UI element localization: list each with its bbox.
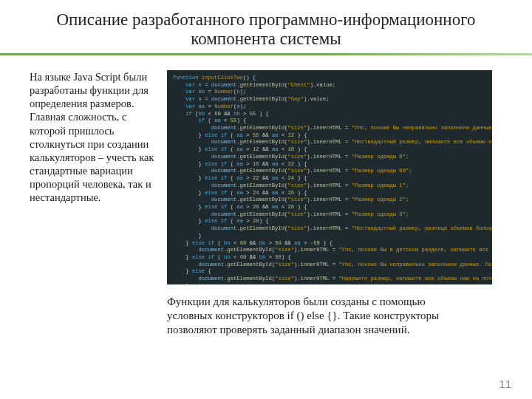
code-msg: "Размер одежды 1";: [352, 183, 409, 188]
code-msg: "Упс, похоже Вы неправильно заполнили да…: [352, 125, 492, 131]
description-text: На языке Java Script были разработаны фу…: [30, 70, 155, 204]
code-msg: "Напишите размер, напишите все объемы на…: [338, 276, 492, 282]
right-column: function inputClickTwo() { var b = docum…: [167, 70, 510, 336]
code-msg: "Размер одежды 00";: [352, 168, 412, 174]
code-var: var: [185, 82, 195, 88]
code-fn: inputClickTwo: [202, 75, 243, 81]
code-msg: "Размер одежды 3";: [352, 211, 409, 217]
code-msg: "Нестандартный размер, напишите все объе…: [352, 139, 492, 145]
code-screenshot: function inputClickTwo() { var b = docum…: [167, 70, 492, 284]
caption-text: Функции для калькуляторов были созданы с…: [167, 284, 492, 336]
code-str: "size": [287, 125, 307, 131]
content-row: На языке Java Script были разработаны фу…: [0, 55, 532, 336]
code-msg: "Размер одежды 2";: [352, 197, 409, 202]
code-msg: "Упс, похоже Вы неправильно заполнили да…: [338, 262, 492, 267]
code-msg: "Нестандартный размер, разница объемов б…: [352, 225, 492, 231]
slide-title: Описание разработанного программно-инфор…: [0, 0, 532, 53]
code-msg: "Упс, похоже Вы в детском разделе, напиш…: [338, 247, 492, 253]
page-number: 11: [499, 378, 511, 390]
left-column: На языке Java Script были разработаны фу…: [30, 70, 155, 336]
code-keyword: function: [173, 75, 199, 81]
code-id: b: [199, 82, 202, 88]
code-msg: "Размер одежды 0";: [352, 154, 409, 160]
